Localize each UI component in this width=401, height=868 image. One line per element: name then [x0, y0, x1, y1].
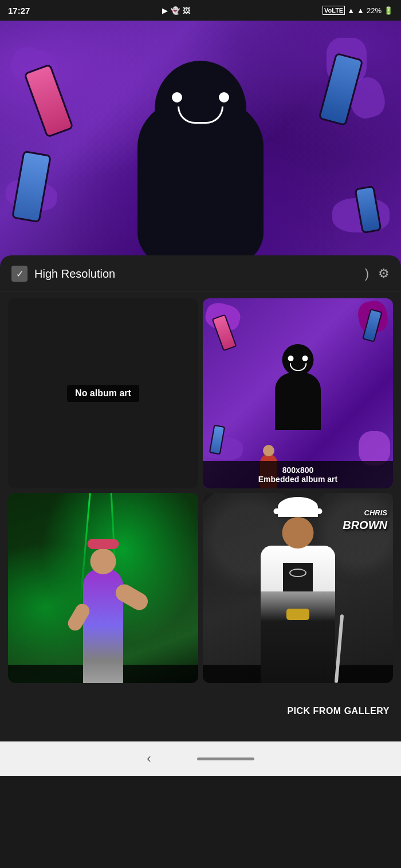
status-right: VoLTE ▲ ▲ 22% 🔋 — [323, 6, 393, 15]
header-right: ) ⚙ — [365, 266, 390, 281]
header-bar: ✓ High Resolution ) ⚙ — [0, 255, 401, 291]
wifi-icon: ▲ — [347, 6, 355, 15]
art-cell-chrisbrown[interactable]: CHRIS BROWN — [203, 493, 393, 683]
main-panel: ✓ High Resolution ) ⚙ No album art — [0, 255, 401, 741]
battery-icon: 🔋 — [384, 6, 393, 15]
header-title: High Resolution — [34, 267, 115, 281]
art-cell-embedded[interactable]: 800x800 Embedded album art — [203, 298, 393, 488]
image-icon: 🖼 — [183, 6, 190, 15]
battery-percent: 22% — [367, 6, 382, 15]
status-icons: ▶ 👻 🖼 — [162, 6, 190, 15]
pick-from-gallery-button[interactable]: PICK FROM GALLERY — [287, 701, 390, 721]
back-button[interactable]: ‹ — [147, 751, 151, 766]
art-cell-performer[interactable]: 1000x1113 — [8, 493, 198, 683]
gallery-section: PICK FROM GALLERY — [0, 690, 401, 730]
art-cell-no-art[interactable]: No album art — [8, 298, 198, 488]
gear-icon[interactable]: ⚙ — [378, 266, 390, 281]
play-icon: ▶ — [162, 6, 168, 15]
art-grid: No album art — [0, 291, 401, 690]
art-graffiti-bg — [203, 298, 393, 488]
nav-bar: ‹ — [0, 741, 401, 776]
header-left: ✓ High Resolution — [11, 266, 115, 282]
chris-brown-title: CHRIS BROWN — [343, 504, 387, 532]
hooded-figure — [120, 49, 281, 267]
ghost-icon: 👻 — [171, 6, 180, 15]
art-performer-bg — [8, 493, 198, 683]
nav-pill — [197, 757, 254, 760]
status-time: 17:27 — [8, 6, 30, 15]
moon-icon[interactable]: ) — [365, 266, 369, 281]
signal-icon: ▲ — [357, 6, 364, 15]
status-bar: 17:27 ▶ 👻 🖼 VoLTE ▲ ▲ 22% 🔋 — [0, 0, 401, 21]
no-art-label: No album art — [67, 385, 139, 402]
high-resolution-checkbox[interactable]: ✓ — [11, 266, 27, 282]
hero-image — [0, 21, 401, 267]
volte-icon: VoLTE — [323, 6, 345, 15]
art-chrisbrown-bg: CHRIS BROWN — [203, 493, 393, 683]
embedded-art-label: 800x800 Embedded album art — [203, 461, 393, 488]
